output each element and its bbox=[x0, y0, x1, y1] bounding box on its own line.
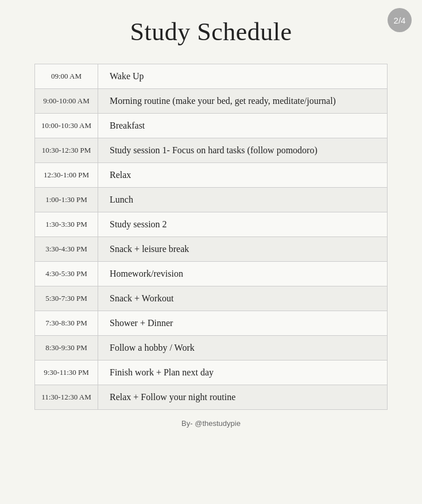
time-cell: 4:30-5:30 PM bbox=[35, 262, 98, 286]
time-cell: 1:30-3:30 PM bbox=[35, 212, 98, 237]
activity-cell: Breakfast bbox=[98, 114, 387, 138]
table-row: 10:30-12:30 PMStudy session 1- Focus on … bbox=[35, 138, 387, 163]
time-cell: 10:30-12:30 PM bbox=[35, 138, 98, 162]
table-row: 1:00-1:30 PMLunch bbox=[35, 188, 387, 212]
time-cell: 12:30-1:00 PM bbox=[35, 163, 98, 187]
activity-cell: Snack + Workout bbox=[98, 286, 387, 311]
activity-cell: Follow a hobby / Work bbox=[98, 336, 387, 360]
table-row: 11:30-12:30 AMRelax + Follow your night … bbox=[35, 385, 387, 409]
time-cell: 8:30-9:30 PM bbox=[35, 336, 98, 360]
activity-cell: Homework/revision bbox=[98, 262, 387, 286]
footer-credit: By- @thestudypie bbox=[0, 410, 422, 433]
activity-cell: Relax bbox=[98, 163, 387, 187]
table-row: 12:30-1:00 PMRelax bbox=[35, 163, 387, 188]
page-badge: 2/4 bbox=[388, 8, 412, 32]
time-cell: 7:30-8:30 PM bbox=[35, 311, 98, 335]
time-cell: 10:00-10:30 AM bbox=[35, 114, 98, 138]
activity-cell: Study session 2 bbox=[98, 212, 387, 237]
page-title: Study Schedule bbox=[0, 0, 422, 64]
table-row: 1:30-3:30 PMStudy session 2 bbox=[35, 212, 387, 237]
time-cell: 1:00-1:30 PM bbox=[35, 188, 98, 212]
table-row: 9:00-10:00 AMMorning routine (make your … bbox=[35, 89, 387, 114]
activity-cell: Finish work + Plan next day bbox=[98, 360, 387, 385]
activity-cell: Morning routine (make your bed, get read… bbox=[98, 89, 387, 113]
table-row: 9:30-11:30 PMFinish work + Plan next day bbox=[35, 360, 387, 385]
table-row: 09:00 AMWake Up bbox=[35, 64, 387, 89]
schedule-table: 09:00 AMWake Up9:00-10:00 AMMorning rout… bbox=[34, 64, 388, 410]
activity-cell: Shower + Dinner bbox=[98, 311, 387, 335]
activity-cell: Lunch bbox=[98, 188, 387, 212]
time-cell: 9:30-11:30 PM bbox=[35, 360, 98, 385]
table-row: 10:00-10:30 AMBreakfast bbox=[35, 114, 387, 138]
time-cell: 11:30-12:30 AM bbox=[35, 385, 98, 409]
table-row: 8:30-9:30 PMFollow a hobby / Work bbox=[35, 336, 387, 360]
time-cell: 3:30-4:30 PM bbox=[35, 237, 98, 261]
table-row: 7:30-8:30 PMShower + Dinner bbox=[35, 311, 387, 336]
activity-cell: Study session 1- Focus on hard tasks (fo… bbox=[98, 138, 387, 162]
table-row: 3:30-4:30 PMSnack + leisure break bbox=[35, 237, 387, 262]
activity-cell: Relax + Follow your night routine bbox=[98, 385, 387, 409]
table-row: 4:30-5:30 PMHomework/revision bbox=[35, 262, 387, 286]
time-cell: 5:30-7:30 PM bbox=[35, 286, 98, 311]
activity-cell: Wake Up bbox=[98, 64, 387, 88]
time-cell: 9:00-10:00 AM bbox=[35, 89, 98, 113]
time-cell: 09:00 AM bbox=[35, 64, 98, 88]
table-row: 5:30-7:30 PMSnack + Workout bbox=[35, 286, 387, 311]
activity-cell: Snack + leisure break bbox=[98, 237, 387, 261]
